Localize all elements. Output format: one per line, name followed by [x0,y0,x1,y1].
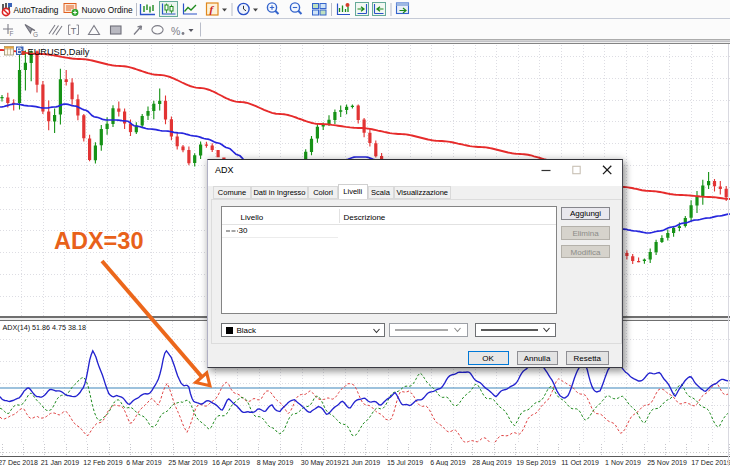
svg-text:17 Dec 2019: 17 Dec 2019 [691,459,730,466]
svg-text:AutoTrading: AutoTrading [14,5,59,15]
svg-text:21 Jan 2019: 21 Jan 2019 [41,459,80,466]
svg-text:1 Nov 2019: 1 Nov 2019 [605,459,641,466]
svg-text:25 Mar 2019: 25 Mar 2019 [168,459,207,466]
svg-text:30 May 2019: 30 May 2019 [301,459,342,466]
svg-text:%: % [171,25,180,37]
svg-text:27 Dec 2018: 27 Dec 2018 [0,459,38,466]
svg-text:F: F [10,30,14,37]
svg-text:Nuovo Ordine: Nuovo Ordine [82,5,134,15]
svg-text:6 Aug 2019: 6 Aug 2019 [430,459,466,466]
svg-text:T: T [71,26,77,36]
svg-text:6 Mar 2019: 6 Mar 2019 [126,459,162,466]
svg-text:21 Jun 2019: 21 Jun 2019 [342,459,381,466]
svg-text:ADX(14) 51.86 4.75 38.18: ADX(14) 51.86 4.75 38.18 [3,323,87,332]
svg-text:ADX=30: ADX=30 [54,228,143,254]
svg-text:15 Jul 2019: 15 Jul 2019 [387,459,423,466]
svg-text:28 Aug 2019: 28 Aug 2019 [472,459,511,466]
svg-text:8 May 2019: 8 May 2019 [257,459,294,466]
svg-text:16 Apr 2019: 16 Apr 2019 [212,459,250,466]
svg-text:EURUSD,Daily: EURUSD,Daily [28,47,90,57]
svg-text:19 Sep 2019: 19 Sep 2019 [516,459,556,466]
svg-text:G: G [33,31,38,38]
svg-text:25 Nov 2019: 25 Nov 2019 [647,459,687,466]
svg-text:11 Oct 2019: 11 Oct 2019 [561,459,599,466]
svg-text:12 Feb 2019: 12 Feb 2019 [83,459,122,466]
